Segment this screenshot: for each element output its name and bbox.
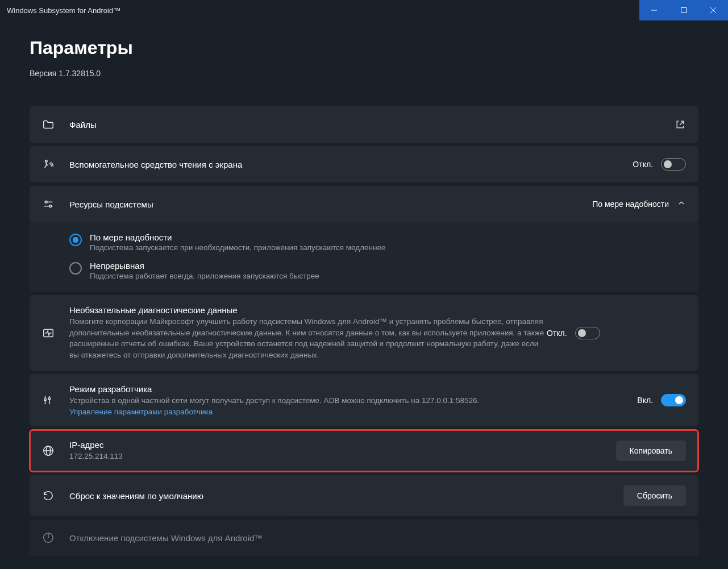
minimize-icon — [651, 7, 658, 14]
files-row[interactable]: Файлы — [30, 106, 698, 143]
chevron-up-icon[interactable] — [677, 198, 686, 210]
resources-option-continuous[interactable]: Непрерывная Подсистема работает всегда, … — [69, 261, 686, 280]
accessibility-icon — [42, 158, 69, 171]
undo-icon — [42, 489, 69, 502]
resources-row[interactable]: Ресурсы подсистемы По мере надобности — [30, 186, 698, 222]
version-label: Версия 1.7.32815.0 — [30, 69, 698, 78]
resources-value: По мере надобности — [592, 200, 669, 209]
close-icon — [710, 7, 717, 14]
developer-desc: Устройства в одной частной сети могут по… — [69, 395, 637, 406]
minimize-button[interactable] — [639, 0, 669, 20]
option-title: Непрерывная — [90, 261, 319, 271]
folder-icon — [42, 118, 69, 131]
svg-point-11 — [48, 397, 51, 400]
external-link-icon — [675, 119, 686, 130]
window-controls — [639, 0, 728, 20]
diagnostics-status: Откл. — [547, 329, 567, 338]
radio-selected-icon — [69, 234, 82, 246]
option-desc: Подсистема запускается при необходимости… — [90, 243, 386, 252]
titlebar: Windows Subsystem for Android™ — [0, 0, 728, 20]
option-title: По мере надобности — [90, 232, 386, 242]
diagnostics-row: Необязательные диагностические данные По… — [30, 295, 698, 371]
wrench-icon — [42, 394, 69, 406]
resources-label: Ресурсы подсистемы — [69, 200, 592, 209]
ip-title: IP-адрес — [69, 440, 616, 450]
developer-settings-link[interactable]: Управление параметрами разработчика — [69, 408, 637, 416]
svg-point-8 — [49, 205, 52, 207]
radio-icon — [69, 262, 82, 275]
developer-row: Режим разработчика Устройства в одной ча… — [30, 374, 698, 426]
shutdown-row: Отключение подсистемы Windows для Androi… — [30, 520, 698, 556]
resources-options: По мере надобности Подсистема запускаетс… — [30, 222, 698, 292]
developer-toggle[interactable] — [661, 394, 686, 406]
diagnostics-desc: Помогите корпорации Майкрософт улучшить … — [69, 316, 547, 360]
shutdown-title: Отключение подсистемы Windows для Androi… — [69, 533, 686, 543]
option-desc: Подсистема работает всегда, приложения з… — [90, 272, 319, 280]
screen-reader-label: Вспомогательное средство чтения с экрана — [69, 160, 633, 169]
reset-button[interactable]: Сбросить — [623, 485, 686, 506]
developer-status: Вкл. — [637, 396, 653, 405]
copy-button[interactable]: Копировать — [616, 441, 686, 461]
window-title: Windows Subsystem for Android™ — [7, 6, 120, 15]
svg-point-10 — [44, 398, 47, 401]
svg-point-6 — [45, 201, 48, 203]
maximize-button[interactable] — [669, 0, 698, 20]
screen-reader-status: Откл. — [633, 160, 653, 169]
reset-title: Сброс к значениям по умолчанию — [69, 491, 623, 501]
power-icon — [42, 531, 69, 544]
globe-icon — [42, 445, 69, 457]
developer-title: Режим разработчика — [69, 384, 637, 394]
diagnostics-title: Необязательные диагностические данные — [69, 305, 547, 315]
screen-reader-toggle[interactable] — [661, 158, 686, 171]
sliders-icon — [42, 198, 69, 210]
activity-icon — [42, 327, 69, 339]
ip-value: 172.25.214.113 — [69, 451, 616, 462]
close-button[interactable] — [698, 0, 728, 20]
ip-address-row: IP-адрес 172.25.214.113 Копировать — [30, 430, 698, 472]
reset-row: Сброс к значениям по умолчанию Сбросить — [30, 475, 698, 516]
page-title: Параметры — [30, 38, 698, 59]
content-area: Параметры Версия 1.7.32815.0 Файлы Вспом… — [0, 20, 728, 556]
screen-reader-row: Вспомогательное средство чтения с экрана… — [30, 146, 698, 182]
resources-option-as-needed[interactable]: По мере надобности Подсистема запускаетс… — [69, 232, 686, 252]
svg-rect-1 — [681, 8, 687, 13]
files-label: Файлы — [69, 120, 675, 130]
maximize-icon — [680, 7, 687, 14]
diagnostics-toggle[interactable] — [575, 327, 600, 339]
svg-point-4 — [45, 160, 48, 163]
